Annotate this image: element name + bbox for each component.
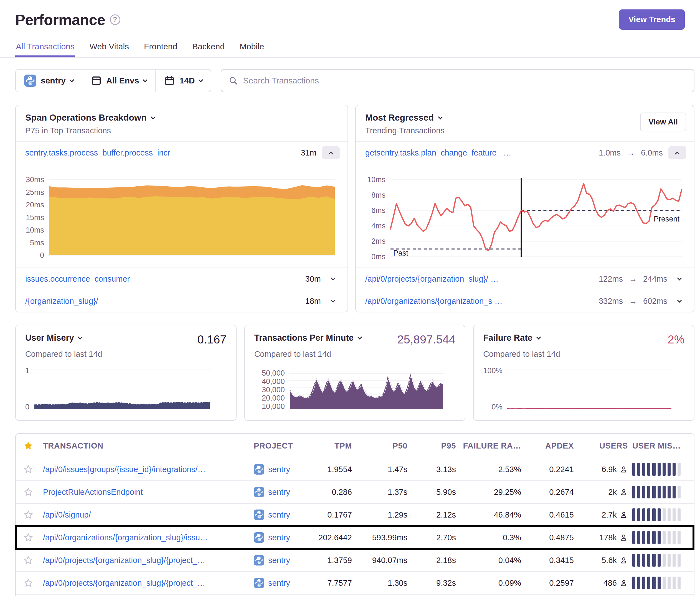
chevron-down-icon (677, 298, 682, 303)
misery-bar-filled (632, 463, 635, 476)
user-misery-bars (630, 531, 694, 544)
p95-cell: 3.13s (409, 465, 458, 474)
failure-rate-cell: 0.04% (458, 556, 523, 565)
date-range-selector[interactable]: 14D (155, 70, 211, 92)
user-misery-bars (630, 577, 694, 589)
regressed-transaction-link[interactable]: /api/0/organizations/{organization_s … (365, 296, 593, 306)
project-link[interactable]: sentry (268, 533, 290, 542)
span-op-value: 30m (305, 275, 321, 284)
chevron-down-icon (199, 78, 203, 82)
user-icon (620, 511, 628, 519)
column-header-project[interactable]: PROJECT (252, 441, 308, 450)
project-link[interactable]: sentry (268, 556, 290, 565)
misery-bar-filled (637, 509, 641, 521)
failure-rate-dropdown[interactable]: Failure Rate (483, 333, 540, 343)
misery-bar-filled (642, 486, 645, 498)
tab-backend[interactable]: Backend (192, 38, 225, 57)
chevron-down-icon (357, 335, 362, 340)
user-misery-dropdown[interactable]: User Misery (25, 333, 82, 343)
misery-bar-filled (673, 463, 676, 476)
collapse-button[interactable] (322, 146, 340, 159)
search-transactions-input[interactable] (243, 76, 687, 85)
misery-bar-filled (668, 486, 671, 498)
column-header-users[interactable]: USERS (576, 441, 630, 450)
span-operations-dropdown[interactable]: Span Operations Breakdown (25, 112, 338, 123)
tab-all-transactions[interactable]: All Transactions (15, 38, 75, 57)
tab-frontend[interactable]: Frontend (143, 38, 178, 57)
misery-bar-filled (647, 531, 650, 544)
tpm-cell: 202.6442 (308, 533, 354, 542)
arrow-right-icon: → (628, 296, 638, 306)
page-filters: sentry All Envs 14D (15, 69, 211, 92)
table-header-row: TRANSACTION PROJECT TPM P50 P95 FAILURE … (16, 434, 694, 458)
favorite-star-button[interactable] (16, 555, 41, 565)
tab-web-vitals[interactable]: Web Vitals (89, 38, 129, 57)
transaction-link[interactable]: /api/0/projects/{organization_slug}/{pro… (43, 556, 205, 565)
column-header-p95[interactable]: P95 (409, 441, 458, 450)
column-header-tpm[interactable]: TPM (308, 441, 354, 450)
regressed-from-value: 332ms (599, 296, 623, 306)
failure-rate-cell: 0.3% (458, 533, 523, 542)
svg-text:10ms: 10ms (26, 226, 44, 234)
failure-rate-panel: Failure Rate 2% Compared to last 14d 100… (473, 325, 695, 421)
p95-cell: 5.90s (409, 488, 458, 497)
favorite-star-button[interactable] (16, 510, 41, 520)
favorite-star-button[interactable] (16, 578, 41, 588)
span-op-link[interactable]: issues.occurrence_consumer (25, 275, 300, 284)
transaction-link[interactable]: ProjectRuleActionsEndpoint (43, 488, 143, 496)
span-op-link[interactable]: /{organization_slug}/ (25, 296, 300, 306)
view-trends-button[interactable]: View Trends (619, 9, 685, 30)
expand-button[interactable] (326, 300, 340, 303)
misery-bar-empty (673, 509, 676, 521)
column-header-user-misery[interactable]: USER MISERY↓ (630, 441, 694, 450)
transaction-link[interactable]: /api/0/projects/{organization_slug}/{pro… (43, 578, 205, 588)
expand-button[interactable] (673, 277, 686, 281)
page-title: Performance (15, 11, 105, 28)
arrow-right-icon: → (628, 275, 638, 284)
tab-mobile[interactable]: Mobile (239, 38, 265, 57)
y-axis-label: 30,000 (254, 386, 285, 394)
star-column-header[interactable] (16, 441, 41, 451)
regressed-transaction-link[interactable]: getsentry.tasks.plan_change_feature_ … (365, 148, 593, 157)
regressed-to-value: 6.0ms (641, 148, 663, 157)
failure-rate-cell: 0.09% (458, 578, 523, 588)
expand-button[interactable] (326, 277, 340, 281)
column-header-apdex[interactable]: APDEX (523, 441, 576, 450)
table-row: /api/0/projects/{organization_slug}/{pro… (16, 571, 694, 594)
help-icon[interactable]: ? (110, 15, 120, 25)
p50-cell: 1.47s (354, 465, 409, 474)
misery-bar-filled (647, 486, 650, 498)
transaction-link[interactable]: /api/0/issues|groups/{issue_id}/integrat… (43, 465, 205, 474)
regressed-transaction-link[interactable]: /api/0/projects/{organization_slug}/ … (365, 275, 593, 284)
transaction-link[interactable]: /api/0/signup/ (43, 510, 91, 519)
project-link[interactable]: sentry (268, 578, 290, 588)
favorite-star-button[interactable] (16, 487, 41, 497)
favorite-star-button[interactable] (16, 464, 41, 474)
calendar-icon (164, 75, 175, 86)
column-header-p50[interactable]: P50 (354, 441, 409, 450)
span-op-link[interactable]: sentry.tasks.process_buffer.process_incr (25, 148, 295, 157)
misery-bar-filled (647, 577, 650, 589)
project-link[interactable]: sentry (268, 465, 290, 474)
column-header-failure-rate[interactable]: FAILURE RA… (458, 441, 523, 450)
project-link[interactable]: sentry (268, 488, 290, 497)
expand-button[interactable] (673, 300, 686, 303)
favorite-star-button[interactable] (16, 533, 41, 543)
environment-selector[interactable]: All Envs (82, 70, 155, 92)
view-all-button[interactable]: View All (640, 112, 686, 131)
star-outline-icon (23, 533, 33, 543)
span-operations-subtitle: P75 in Top Transactions (25, 126, 338, 135)
misery-bar-empty (678, 463, 681, 476)
column-header-transaction[interactable]: TRANSACTION (41, 441, 252, 450)
tpm-dropdown[interactable]: Transactions Per Minute (254, 333, 361, 343)
user-misery-title: User Misery (25, 333, 74, 343)
y-axis-label: 1 (25, 366, 29, 375)
users-count: 2k (608, 488, 617, 497)
project-link[interactable]: sentry (268, 510, 290, 519)
most-regressed-dropdown[interactable]: Most Regressed (365, 112, 684, 123)
apdex-cell: 0.2674 (523, 488, 576, 497)
collapse-button[interactable] (668, 146, 686, 159)
project-selector[interactable]: sentry (16, 70, 82, 92)
misery-bar-filled (652, 463, 655, 476)
transaction-link[interactable]: /api/0/organizations/{organization_slug}… (43, 533, 208, 542)
